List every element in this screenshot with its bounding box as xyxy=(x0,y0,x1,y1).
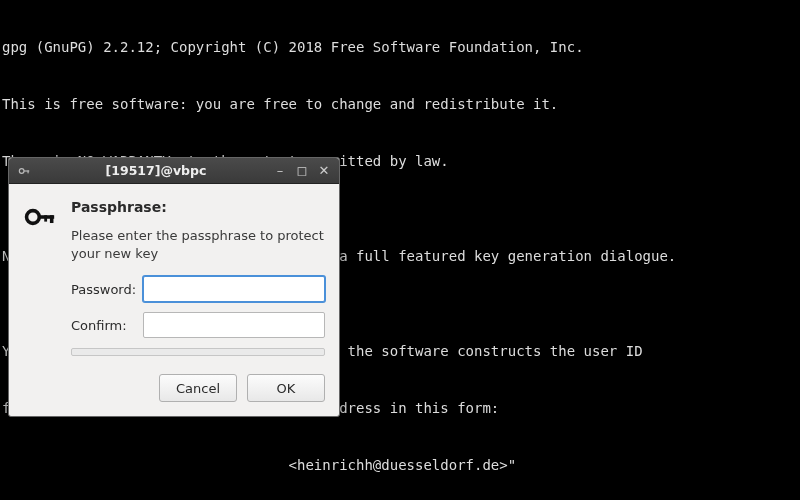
confirm-input[interactable] xyxy=(143,312,325,338)
window-close-button[interactable]: ✕ xyxy=(317,161,331,180)
window-minimize-button[interactable]: – xyxy=(273,161,287,180)
dialog-heading: Passphrase: xyxy=(71,198,325,217)
confirm-label: Confirm: xyxy=(71,316,143,335)
svg-point-0 xyxy=(19,168,24,173)
password-quality-bar xyxy=(71,348,325,356)
terminal-line: This is free software: you are free to c… xyxy=(2,95,800,114)
window-title: [19517]@vbpc xyxy=(39,161,273,180)
password-input[interactable] xyxy=(143,276,325,302)
svg-rect-2 xyxy=(28,170,29,173)
svg-rect-6 xyxy=(44,215,47,221)
svg-point-3 xyxy=(27,211,40,224)
terminal-line: gpg (GnuPG) 2.2.12; Copyright (C) 2018 F… xyxy=(2,38,800,57)
passphrase-dialog: [19517]@vbpc – ◻ ✕ Passphrase: Please en… xyxy=(8,157,340,417)
svg-rect-5 xyxy=(50,215,54,223)
cancel-button[interactable]: Cancel xyxy=(159,374,237,402)
app-key-icon xyxy=(15,162,33,180)
dialog-message: Please enter the passphrase to protect y… xyxy=(71,227,325,262)
ok-button[interactable]: OK xyxy=(247,374,325,402)
window-titlebar[interactable]: [19517]@vbpc – ◻ ✕ xyxy=(9,158,339,184)
key-icon xyxy=(23,198,59,368)
password-label: Password: xyxy=(71,280,143,299)
window-maximize-button[interactable]: ◻ xyxy=(295,161,309,180)
terminal-line: <heinrichh@duesseldorf.de>" xyxy=(2,456,800,475)
